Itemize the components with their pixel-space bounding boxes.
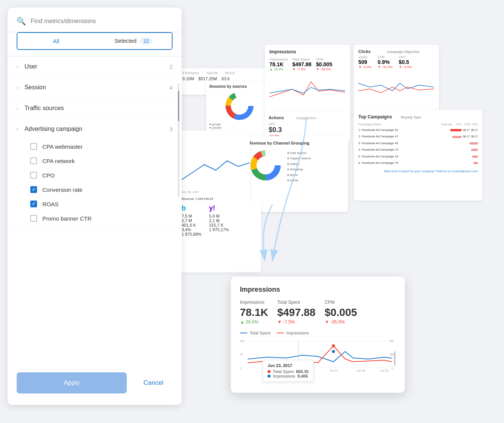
category-user-label: User <box>25 63 170 70</box>
checkbox-roas-label: ROAS <box>42 201 59 207</box>
panel-tabs[interactable]: All Selected 12 <box>17 32 173 50</box>
metric-impressions-label: Impressions <box>240 300 268 305</box>
impressions-chart-area: 100 50 0 Jun 24 Jun 26 Jun 28 10K 5K 0 <box>240 338 396 384</box>
adv-campaign-header[interactable]: › Advertising campaign 3 <box>8 119 182 139</box>
tooltip-total-spent-label: Total Spent <box>273 369 294 374</box>
checkbox-cpa-webmaster-label: CPA webmaster <box>42 143 82 150</box>
svg-text:10K: 10K <box>389 340 394 343</box>
checkbox-cpo[interactable] <box>30 172 37 179</box>
bg-clicks-card: Clicks Campaign Objective Clicks 509 ▼ -… <box>354 45 439 118</box>
svg-point-10 <box>257 157 274 174</box>
checkbox-item-cpa-network[interactable]: CPA network <box>30 154 173 168</box>
checkbox-promo-banner[interactable] <box>30 215 37 222</box>
legend-dot-blue <box>240 333 247 333</box>
tooltip-impressions-row: Impressions 9,406 <box>268 374 309 378</box>
checkbox-item-roas[interactable]: ROAS <box>30 197 173 211</box>
svg-text:100: 100 <box>240 340 244 343</box>
metric-cpm: CPM $0.005 ▼ -35.0% <box>325 300 357 325</box>
checkbox-conversion-rate-label: Conversion rate <box>42 187 82 193</box>
checkbox-item-conversion-rate[interactable]: Conversion rate <box>30 182 173 197</box>
tab-all[interactable]: All <box>17 33 95 49</box>
tooltip-dot-blue <box>268 375 271 378</box>
legend-dot-red <box>277 333 284 333</box>
legend-impressions-label: Impressions <box>286 331 309 335</box>
svg-point-19 <box>332 344 335 347</box>
checkbox-roas[interactable] <box>30 201 37 207</box>
metric-total-spent-change: ▼ -7.5% <box>277 319 316 325</box>
metric-cpm-value: $0.005 <box>325 306 357 319</box>
bg-bing-yahoo: b 7,5 M 2,7 M 401,6 K 3,4% 1 875,88% y! … <box>178 201 261 272</box>
bg-impressions-card: Impressions Impressions 78.1K ▲ 26.9% To… <box>265 45 350 118</box>
svg-text:Jun 26: Jun 26 <box>357 369 365 372</box>
legend-impressions: Impressions <box>277 331 309 335</box>
chart-tooltip: Jun 23, 2017 Total Spent $60.35 Impressi… <box>263 360 314 382</box>
panel-footer: Apply Cancel <box>8 372 182 393</box>
search-area: 🔍 <box>8 8 182 32</box>
category-traffic-label: Traffic sources <box>25 105 173 112</box>
chevron-traffic-icon: › <box>17 105 19 111</box>
tooltip-date: Jun 23, 2017 <box>268 363 309 368</box>
metric-impressions-change: ▲ 26.6% <box>240 319 268 325</box>
bg-left-chart: Jun 29, 2017 Revenue: 1 846 545,53 Costs… <box>178 131 250 204</box>
tooltip-impressions-value: 9,406 <box>297 374 308 378</box>
svg-text:50: 50 <box>240 353 243 356</box>
adv-campaign-count: 3 <box>170 126 173 132</box>
search-input[interactable] <box>31 18 173 25</box>
tab-selected[interactable]: Selected 12 <box>95 33 172 49</box>
checkbox-conversion-rate[interactable] <box>30 186 37 193</box>
apply-button[interactable]: Apply <box>17 372 127 393</box>
chart-legend: Total Spent Impressions <box>240 331 396 335</box>
checkbox-cpa-network[interactable] <box>30 157 37 164</box>
metric-cpm-label: CPM <box>325 300 357 305</box>
tooltip-dot-red <box>268 370 271 373</box>
checkbox-promo-banner-label: Promo banner CTR <box>42 215 92 222</box>
svg-text:Jun 29, 2017: Jun 29, 2017 <box>182 190 199 194</box>
checkbox-item-promo-banner[interactable]: Promo banner CTR <box>30 211 173 225</box>
category-user-count: 2 <box>170 64 173 70</box>
scrollbar-thumb <box>178 91 179 121</box>
metric-impressions-value: 78.1K <box>240 306 268 319</box>
adv-campaign-label: Advertising campaign <box>25 126 170 132</box>
cancel-button[interactable]: Cancel <box>134 372 173 393</box>
category-user[interactable]: › User 2 <box>8 56 182 77</box>
svg-text:0: 0 <box>240 367 241 370</box>
category-session[interactable]: › Session 4 <box>8 77 182 98</box>
selected-badge: 12 <box>140 37 152 45</box>
svg-text:Impressions: Impressions <box>393 351 396 366</box>
checkbox-item-cpa-webmaster[interactable]: CPA webmaster <box>30 139 173 154</box>
category-adv-campaign: › Advertising campaign 3 CPA webmaster C… <box>8 119 182 229</box>
svg-point-4 <box>233 99 246 113</box>
svg-text:0: 0 <box>392 367 393 370</box>
tooltip-total-spent-row: Total Spent $60.35 <box>268 369 309 374</box>
bg-top-campaigns-card: Top Campaigns Buying Type Campaign Name … <box>354 110 482 201</box>
chevron-session-icon: › <box>17 84 19 90</box>
chevron-user-icon: › <box>17 64 19 70</box>
metric-cpm-change: ▼ -35.0% <box>325 319 357 325</box>
chevron-adv-icon: › <box>17 126 19 132</box>
checkbox-list: CPA webmaster CPA network CPO Conversion… <box>8 139 182 229</box>
metric-total-spent-value: $497.88 <box>277 306 316 319</box>
filter-panel: 🔍 All Selected 12 › User 2 › Session 4 ›… <box>8 8 182 405</box>
bg-revenue-channel-card: Revenue by Channel Grouping ● Paid Searc… <box>244 136 348 212</box>
metric-total-spent-label: Total Spent <box>277 300 316 305</box>
category-traffic[interactable]: › Traffic sources <box>8 98 182 119</box>
legend-total-spent-label: Total Spent <box>250 331 271 335</box>
checkbox-cpa-webmaster[interactable] <box>30 143 37 150</box>
legend-total-spent: Total Spent <box>240 331 271 335</box>
impressions-detail-card: Impressions Impressions 78.1K ▲ 26.6% To… <box>231 277 405 393</box>
impressions-card-title: Impressions <box>240 286 396 294</box>
search-icon: 🔍 <box>17 17 26 26</box>
category-session-label: Session <box>25 84 170 91</box>
checkbox-cpa-network-label: CPA network <box>42 158 75 164</box>
category-session-count: 4 <box>170 84 173 91</box>
metric-impressions: Impressions 78.1K ▲ 26.6% <box>240 300 268 325</box>
metric-total-spent: Total Spent $497.88 ▼ -7.5% <box>277 300 316 325</box>
panel-scrollbar[interactable] <box>178 83 179 197</box>
svg-text:Jun 24: Jun 24 <box>330 369 338 372</box>
checkbox-cpo-label: CPO <box>42 172 55 179</box>
tooltip-total-spent-value: $60.35 <box>296 369 309 374</box>
svg-text:Jun 28: Jun 28 <box>380 369 389 372</box>
checkbox-item-cpo[interactable]: CPO <box>30 168 173 182</box>
svg-point-20 <box>332 350 335 353</box>
impressions-metrics: Impressions 78.1K ▲ 26.6% Total Spent $4… <box>240 300 396 325</box>
